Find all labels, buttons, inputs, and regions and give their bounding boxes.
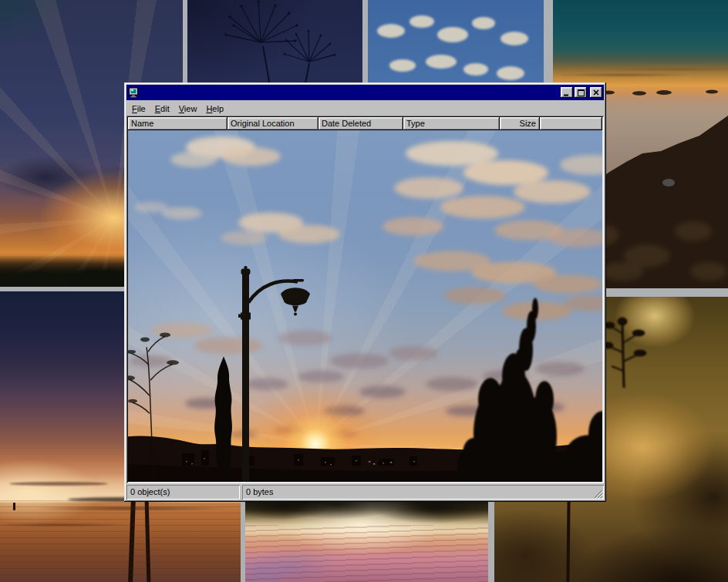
column-header-name[interactable]: Name <box>128 117 228 130</box>
menu-help[interactable]: Help <box>201 103 228 115</box>
status-bar: 0 object(s) 0 bytes <box>126 485 604 500</box>
sapling-foliage <box>128 332 179 402</box>
water-pole <box>145 500 151 582</box>
column-header-row: Name Original Location Date Deleted Type… <box>128 117 602 130</box>
water-pole <box>128 498 136 582</box>
photo-foreground <box>128 130 602 482</box>
menu-view[interactable]: View <box>174 103 202 115</box>
title-bar[interactable] <box>126 85 604 100</box>
horizon-cloud-streak <box>9 482 108 486</box>
resize-grip-icon[interactable] <box>593 489 603 499</box>
menu-bar: File Edit View Help <box>126 101 604 116</box>
close-button[interactable] <box>590 87 602 98</box>
cypress-tree <box>214 356 232 480</box>
water-pole <box>13 503 15 510</box>
column-header-date-deleted[interactable]: Date Deleted <box>318 117 403 130</box>
maximize-icon <box>578 89 585 96</box>
status-size-text: 0 bytes <box>246 487 273 496</box>
minimize-button[interactable] <box>561 87 573 98</box>
computer-icon <box>128 87 139 98</box>
column-header-size[interactable]: Size <box>500 117 540 130</box>
list-body-photo[interactable] <box>128 130 602 482</box>
list-view: Name Original Location Date Deleted Type… <box>126 116 604 483</box>
close-icon <box>593 89 599 96</box>
tree-cluster <box>458 298 602 482</box>
status-size: 0 bytes <box>242 485 604 500</box>
menu-file[interactable]: File <box>127 103 150 115</box>
minimize-icon <box>564 89 571 96</box>
status-object-count: 0 object(s) <box>126 485 240 500</box>
blurred-pole <box>566 500 570 582</box>
window-controls <box>561 87 602 98</box>
desktop: { "window": { "title": "", "menu": { "it… <box>0 0 728 582</box>
recycle-bin-window: File Edit View Help Name Original Locati… <box>124 82 606 502</box>
column-header-original-location[interactable]: Original Location <box>228 117 318 130</box>
menu-edit[interactable]: Edit <box>150 103 174 115</box>
column-header-type[interactable]: Type <box>403 117 500 130</box>
column-header-blank[interactable] <box>540 117 602 130</box>
maximize-button[interactable] <box>575 87 587 98</box>
